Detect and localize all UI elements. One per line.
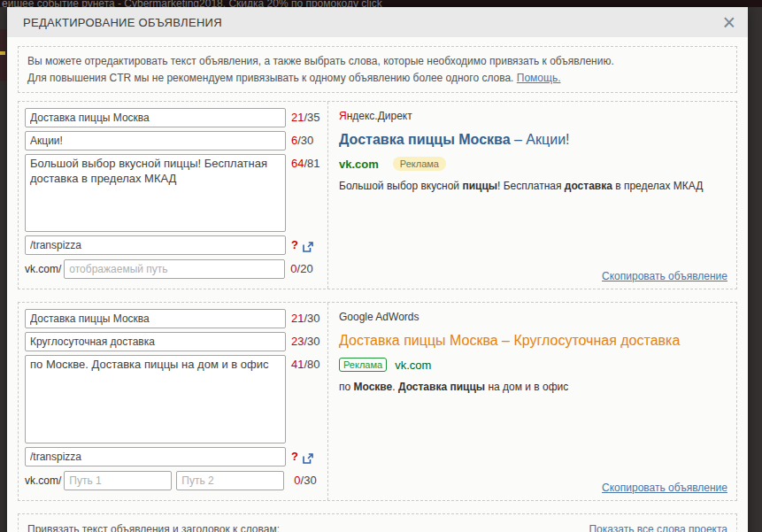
preview-url-line: Реклама vk.com bbox=[339, 358, 726, 372]
yandex-url-input[interactable] bbox=[25, 235, 286, 255]
yandex-title1-row: 21/35 bbox=[25, 108, 322, 127]
ad-badge: Реклама bbox=[339, 358, 387, 372]
preview-url-line: vk.com Реклама bbox=[339, 157, 726, 171]
yandex-url-row: ? bbox=[25, 235, 322, 256]
char-counter: 21/30 bbox=[291, 309, 320, 328]
bind-words-section: Привязать текст объявления и заголовок к… bbox=[18, 513, 737, 532]
background-page-banner: ейшее событие рунета - Cybermarketing201… bbox=[0, 0, 762, 7]
preview-ad-text: Большой выбор вкусной пиццы! Бесплатная … bbox=[339, 179, 726, 194]
google-ad-form: 21/30 23/30 по Москве. Доставка пиццы на… bbox=[19, 303, 328, 500]
edit-ad-modal: РЕДАКТИРОВАНИЕ ОБЪЯВЛЕНИЯ × Вы можете от… bbox=[7, 7, 748, 532]
network-label: Яндекс.Директ bbox=[339, 110, 726, 122]
google-url-input[interactable] bbox=[25, 447, 286, 466]
modal-title: РЕДАКТИРОВАНИЕ ОБЪЯВЛЕНИЯ bbox=[23, 16, 222, 29]
google-title2-input[interactable] bbox=[25, 332, 286, 351]
background-left-dash bbox=[0, 51, 5, 55]
background-banner-text: ейшее событие рунета - Cybermarketing201… bbox=[0, 0, 762, 7]
yandex-display-path-row: vk.com/ 0/20 bbox=[25, 259, 322, 279]
network-label: Google AdWords bbox=[339, 311, 726, 323]
google-ad-preview: Google AdWords Доставка пиццы Москва – К… bbox=[328, 303, 736, 500]
vk-domain-prefix: vk.com/ bbox=[25, 259, 61, 279]
yandex-title2-row: 6/30 bbox=[25, 131, 322, 150]
google-title1-row: 21/30 bbox=[25, 309, 322, 328]
external-link-icon[interactable] bbox=[303, 240, 313, 256]
char-counter: 0/20 bbox=[290, 259, 312, 279]
google-title2-row: 23/30 bbox=[25, 332, 322, 351]
google-path1-input[interactable] bbox=[64, 471, 172, 490]
yandex-display-path-input[interactable] bbox=[64, 259, 285, 279]
bind-words-label: Привязать текст объявления и заголовок к… bbox=[27, 521, 280, 532]
yandex-title1-input[interactable] bbox=[25, 108, 286, 127]
google-display-path-row: vk.com/ 0/30 bbox=[25, 471, 322, 490]
intro-note: Вы можете отредактировать текст объявлен… bbox=[18, 46, 737, 93]
background-left-accent bbox=[0, 29, 7, 81]
yandex-ad-preview: Яндекс.Директ Доставка пиццы Москва – Ак… bbox=[328, 102, 736, 289]
yandex-ad-block: 21/35 6/30 Большой выбор вкусной пиццы! … bbox=[18, 101, 737, 289]
external-link-icon[interactable] bbox=[303, 451, 313, 467]
ad-badge: Реклама bbox=[393, 157, 446, 171]
google-title1-input[interactable] bbox=[25, 309, 286, 328]
char-counter: 21/35 bbox=[291, 108, 320, 127]
intro-line1: Вы можете отредактировать текст объявлен… bbox=[27, 55, 614, 67]
modal-body: Вы можете отредактировать текст объявлен… bbox=[7, 37, 748, 532]
preview-display-url: vk.com bbox=[395, 359, 431, 372]
show-all-project-words-link[interactable]: Показать все слова проекта bbox=[589, 521, 727, 532]
yandex-title2-input[interactable] bbox=[25, 131, 286, 150]
copy-ad-link[interactable]: Скопировать объявление bbox=[602, 482, 727, 494]
copy-ad-link[interactable]: Скопировать объявление bbox=[602, 270, 727, 282]
char-counter: 6/30 bbox=[291, 131, 313, 150]
help-question-icon[interactable]: ? bbox=[291, 447, 298, 466]
vk-domain-prefix: vk.com/ bbox=[25, 471, 61, 490]
google-text-row: по Москве. Доставка пиццы на дом и в офи… bbox=[25, 355, 322, 443]
char-counter: 41/80 bbox=[291, 355, 320, 374]
help-question-icon[interactable]: ? bbox=[291, 235, 298, 255]
char-counter: 64/81 bbox=[291, 154, 320, 173]
google-url-row: ? bbox=[25, 447, 322, 467]
close-icon[interactable]: × bbox=[722, 8, 735, 36]
yandex-text-area[interactable]: Большой выбор вкусной пиццы! Бесплатная … bbox=[25, 154, 286, 232]
google-ad-block: 21/30 23/30 по Москве. Доставка пиццы на… bbox=[18, 302, 737, 501]
char-counter: 23/30 bbox=[291, 332, 320, 351]
help-link[interactable]: Помощь. bbox=[517, 72, 561, 84]
google-text-area[interactable]: по Москве. Доставка пиццы на дом и в офи… bbox=[25, 355, 286, 443]
char-counter: 0/30 bbox=[294, 471, 316, 490]
preview-display-url: vk.com bbox=[339, 158, 379, 171]
preview-ad-title: Доставка пиццы Москва – Акции! bbox=[339, 132, 726, 148]
yandex-ad-form: 21/35 6/30 Большой выбор вкусной пиццы! … bbox=[19, 102, 328, 289]
preview-ad-title: Доставка пиццы Москва – Круглосуточная д… bbox=[339, 333, 726, 349]
google-path2-input[interactable] bbox=[176, 471, 284, 490]
intro-line2: Для повышения CTR мы не рекомендуем прив… bbox=[27, 72, 513, 84]
yandex-text-row: Большой выбор вкусной пиццы! Бесплатная … bbox=[25, 154, 322, 232]
modal-header: РЕДАКТИРОВАНИЕ ОБЪЯВЛЕНИЯ × bbox=[7, 7, 748, 37]
preview-ad-text: по Москве. Доставка пиццы на дом и в офи… bbox=[339, 380, 726, 395]
